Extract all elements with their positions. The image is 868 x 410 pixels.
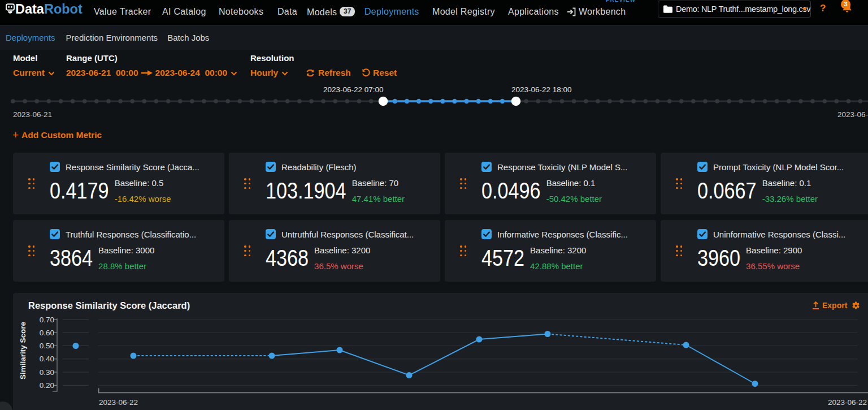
svg-text:Similarity Score: Similarity Score: [19, 321, 27, 379]
svg-text:2023-06-22: 2023-06-22: [99, 398, 138, 407]
svg-text:2023-06-22: 2023-06-22: [828, 398, 867, 407]
svg-text:0.40: 0.40: [40, 355, 54, 363]
svg-text:0.50: 0.50: [40, 342, 54, 350]
svg-text:0.60: 0.60: [40, 329, 54, 337]
svg-text:0.70: 0.70: [40, 316, 54, 324]
svg-text:0.30: 0.30: [40, 368, 54, 377]
svg-text:0.20: 0.20: [40, 381, 54, 390]
